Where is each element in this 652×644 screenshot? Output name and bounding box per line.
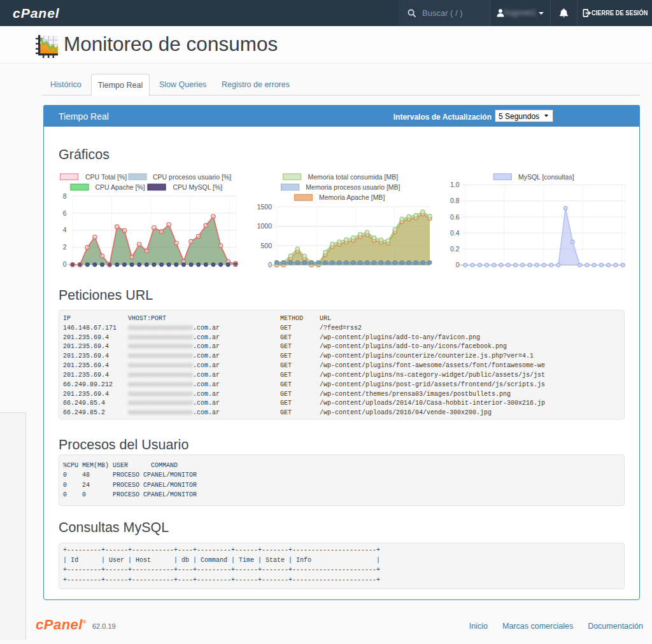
svg-text:1500: 1500: [257, 203, 273, 211]
svg-text:Memoria Apache [MB]: Memoria Apache [MB]: [319, 193, 385, 201]
svg-text:CPU Apache [%]: CPU Apache [%]: [96, 183, 145, 191]
svg-text:CPU Total [%]: CPU Total [%]: [85, 173, 127, 181]
svg-text:0: 0: [268, 261, 272, 269]
svg-text:CPU MySQL [%]: CPU MySQL [%]: [173, 183, 223, 191]
svg-text:500: 500: [260, 242, 272, 249]
svg-text:0.4: 0.4: [450, 229, 460, 237]
svg-text:Memoria total consumida [MB]: Memoria total consumida [MB]: [308, 173, 398, 181]
svg-text:4: 4: [63, 226, 67, 234]
svg-text:MySQL [consultas]: MySQL [consultas]: [518, 173, 574, 181]
svg-text:1.0: 1.0: [450, 181, 460, 188]
svg-text:0.8: 0.8: [450, 197, 460, 204]
svg-text:Memoria procesos usuario [MB]: Memoria procesos usuario [MB]: [306, 183, 400, 191]
svg-text:2: 2: [63, 243, 67, 251]
svg-text:0: 0: [456, 261, 460, 269]
svg-text:1000: 1000: [257, 222, 273, 230]
svg-text:0: 0: [63, 260, 67, 268]
svg-text:8: 8: [63, 192, 67, 200]
svg-text:CPU procesos usuario [%]: CPU procesos usuario [%]: [153, 173, 231, 181]
svg-text:0.6: 0.6: [450, 213, 460, 221]
svg-text:0.2: 0.2: [450, 245, 460, 253]
svg-text:6: 6: [63, 209, 67, 217]
